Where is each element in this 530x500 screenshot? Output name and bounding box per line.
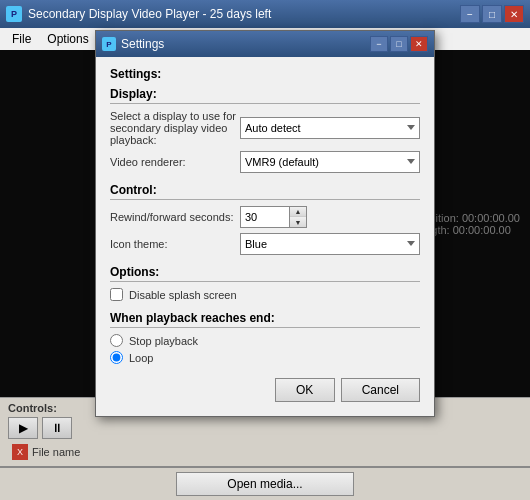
cancel-button[interactable]: Cancel <box>341 378 420 402</box>
play-button[interactable]: ▶ <box>8 417 38 439</box>
video-renderer-row: Video renderer: VMR9 (default) VMR7 Dire… <box>110 151 420 173</box>
dialog-icon: P <box>102 37 116 51</box>
controls-buttons: ▶ ⏸ <box>8 417 522 439</box>
rewind-input[interactable] <box>240 206 290 228</box>
loop-radio[interactable] <box>110 351 123 364</box>
spinbox-up-button[interactable]: ▲ <box>290 207 306 217</box>
pause-button[interactable]: ⏸ <box>42 417 72 439</box>
title-bar: P Secondary Display Video Player - 25 da… <box>0 0 530 28</box>
minimize-button[interactable]: − <box>460 5 480 23</box>
display-select-row: Select a display to use for secondary di… <box>110 110 420 146</box>
file-row: X File name <box>8 442 522 462</box>
dialog-maximize-button[interactable]: □ <box>390 36 408 52</box>
stop-playback-row: Stop playback <box>110 334 420 347</box>
rewind-row: Rewind/forward seconds: ▲ ▼ <box>110 206 420 228</box>
maximize-button[interactable]: □ <box>482 5 502 23</box>
icon-theme-label: Icon theme: <box>110 238 240 250</box>
control-header: Control: <box>110 183 420 200</box>
loop-label: Loop <box>129 352 153 364</box>
icon-theme-control: Blue Default Dark <box>240 233 420 255</box>
menu-file[interactable]: File <box>4 30 39 48</box>
display-select-label: Select a display to use for secondary di… <box>110 110 240 146</box>
video-renderer-control: VMR9 (default) VMR7 DirectX OpenGL <box>240 151 420 173</box>
display-select-control: Auto detect Display 1 Display 2 <box>240 117 420 139</box>
rewind-control: ▲ ▼ <box>240 206 420 228</box>
control-section: Control: Rewind/forward seconds: ▲ ▼ <box>110 183 420 255</box>
video-area: Position: 00:00:00.00 length: 00:00:00.0… <box>0 50 530 397</box>
title-bar-controls: − □ ✕ <box>460 5 524 23</box>
open-media-button[interactable]: Open media... <box>176 472 353 496</box>
icon-theme-select[interactable]: Blue Default Dark <box>240 233 420 255</box>
settings-dialog: P Settings − □ ✕ Settings: Display: <box>95 30 435 417</box>
dialog-content: Settings: Display: Select a display to u… <box>96 57 434 416</box>
playback-header: When playback reaches end: <box>110 311 420 328</box>
options-section: Options: Disable splash screen <box>110 265 420 301</box>
rewind-label: Rewind/forward seconds: <box>110 211 240 223</box>
disable-splash-label: Disable splash screen <box>129 289 237 301</box>
dialog-footer: OK Cancel <box>110 378 420 402</box>
playback-section: When playback reaches end: Stop playback… <box>110 311 420 364</box>
disable-splash-checkbox[interactable] <box>110 288 123 301</box>
dialog-minimize-button[interactable]: − <box>370 36 388 52</box>
spinbox-buttons: ▲ ▼ <box>290 206 307 228</box>
display-section: Display: Select a display to use for sec… <box>110 87 420 173</box>
stop-playback-radio[interactable] <box>110 334 123 347</box>
icon-theme-row: Icon theme: Blue Default Dark <box>110 233 420 255</box>
app-title: Secondary Display Video Player - 25 days… <box>28 7 460 21</box>
modal-overlay: P Settings − □ ✕ Settings: Display: <box>0 50 530 397</box>
settings-header: Settings: <box>110 67 420 81</box>
spinbox-down-button[interactable]: ▼ <box>290 217 306 227</box>
loop-row: Loop <box>110 351 420 364</box>
video-renderer-label: Video renderer: <box>110 156 240 168</box>
ok-button[interactable]: OK <box>275 378 335 402</box>
close-button[interactable]: ✕ <box>504 5 524 23</box>
dialog-title: Settings <box>121 37 370 51</box>
video-renderer-select[interactable]: VMR9 (default) VMR7 DirectX OpenGL <box>240 151 420 173</box>
remove-file-button[interactable]: X <box>12 444 28 460</box>
stop-playback-label: Stop playback <box>129 335 198 347</box>
menu-options[interactable]: Options <box>39 30 96 48</box>
dialog-title-controls: − □ ✕ <box>370 36 428 52</box>
app-window: P Secondary Display Video Player - 25 da… <box>0 0 530 500</box>
display-select[interactable]: Auto detect Display 1 Display 2 <box>240 117 420 139</box>
disable-splash-row: Disable splash screen <box>110 288 420 301</box>
file-name: File name <box>32 446 80 458</box>
app-icon: P <box>6 6 22 22</box>
display-header: Display: <box>110 87 420 104</box>
dialog-title-bar: P Settings − □ ✕ <box>96 31 434 57</box>
dialog-close-button[interactable]: ✕ <box>410 36 428 52</box>
options-header: Options: <box>110 265 420 282</box>
open-media-bar: Open media... <box>0 466 530 500</box>
rewind-spinbox: ▲ ▼ <box>240 206 420 228</box>
